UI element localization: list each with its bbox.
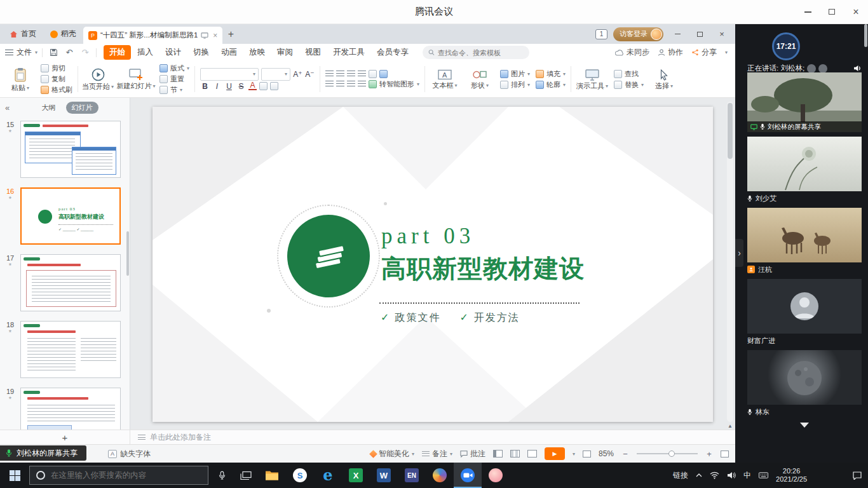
play-options-caret-icon[interactable]: ▾ [573, 451, 575, 457]
zoom-slider[interactable] [637, 453, 698, 454]
wps-close-button[interactable]: × [714, 27, 730, 41]
thumbnail-canvas[interactable] [20, 254, 121, 311]
tab-transition[interactable]: 切换 [187, 45, 215, 60]
menu-icon[interactable] [5, 50, 13, 55]
maximize-button[interactable] [820, 0, 844, 24]
action-center-icon[interactable] [853, 471, 862, 480]
tab-insert[interactable]: 插入 [132, 45, 159, 60]
increase-font-icon[interactable]: A⁺ [293, 70, 302, 79]
participant-tile[interactable]: 刘少艾 [747, 137, 862, 203]
thumbnail-canvas[interactable] [20, 121, 121, 178]
fit-slide-icon[interactable] [583, 451, 591, 458]
slide-title[interactable]: 高职新型教材建设 [381, 252, 585, 286]
play-from-page-button[interactable]: 当页开始▾ [81, 63, 114, 95]
sidebar-scrollbar[interactable] [126, 231, 129, 276]
taskbar-app-word[interactable]: W [370, 463, 398, 488]
thumbnail-canvas[interactable] [20, 321, 121, 378]
arrange-button[interactable]: 排列▾ [500, 80, 530, 90]
login-button[interactable]: 访客登录 [613, 27, 663, 41]
redo-button[interactable]: ↷ [79, 47, 92, 58]
tab-view[interactable]: 视图 [299, 45, 327, 60]
tab-design[interactable]: 设计 [159, 45, 187, 60]
slideshow-play-button[interactable]: ▶ [545, 447, 565, 460]
reading-view-icon[interactable] [527, 450, 537, 458]
thumbnail-canvas[interactable]: part 03 高职新型教材建设 ✓ ______ ✓ ______ [20, 187, 121, 245]
task-view-button[interactable] [234, 463, 258, 488]
section-button[interactable]: 节▾ [159, 85, 189, 95]
tab-animation[interactable]: 动画 [215, 45, 243, 60]
fill-button[interactable]: 填充▾ [536, 69, 566, 79]
dictation-mic-button[interactable] [210, 463, 234, 488]
tab-document[interactable]: P “十四五” 新形...材编制新思路1 × [83, 27, 222, 44]
notes-bar[interactable]: 单击此处添加备注 [130, 430, 735, 444]
editor-scrollbar[interactable] [727, 102, 733, 422]
minimize-button[interactable] [796, 0, 820, 24]
scrollbar-thumb[interactable] [728, 103, 733, 159]
start-button[interactable] [0, 463, 29, 488]
numbered-list-icon[interactable] [336, 71, 344, 78]
missing-font-button[interactable]: A 缺失字体 [108, 449, 151, 459]
chapter-badge[interactable] [287, 215, 370, 297]
text-direction-icon[interactable] [379, 70, 388, 78]
new-tab-button[interactable]: + [222, 29, 239, 40]
font-size-select[interactable]: ▾ [261, 68, 290, 81]
volume-icon[interactable] [727, 471, 736, 479]
workspace-icon[interactable]: 1 [595, 29, 607, 39]
show-hidden-icons-chevron[interactable] [696, 473, 702, 477]
outline-tab[interactable]: 大纲 [36, 102, 62, 114]
zoom-out-button[interactable]: − [621, 449, 629, 459]
slides-tab[interactable]: 幻灯片 [66, 102, 98, 114]
new-slide-button[interactable]: 新建幻灯片▾ [116, 63, 156, 95]
slide-canvas[interactable]: part 03 高职新型教材建设 ✓政策文件 ✓开发方法 [153, 107, 713, 422]
taskbar-search[interactable] [29, 466, 208, 485]
align-left-icon[interactable] [325, 81, 334, 88]
touch-keyboard-icon[interactable] [759, 472, 768, 478]
slide-thumbnail-18[interactable]: 18* [0, 321, 130, 378]
strikethrough-button[interactable]: S [236, 82, 246, 91]
wifi-icon[interactable] [710, 471, 719, 479]
slide-thumbnail-16-selected[interactable]: 16* part 03 高职新型教材建设 ✓ ______ ✓ ______ [0, 187, 130, 245]
format-painter-button[interactable]: 格式刷 [41, 85, 72, 95]
character-spacing-icon[interactable] [270, 82, 278, 90]
align-center-icon[interactable] [336, 81, 344, 88]
normal-view-icon[interactable] [493, 450, 503, 458]
participant-tile[interactable]: 汪杭 [747, 208, 862, 274]
layout-button[interactable]: 版式▾ [159, 64, 189, 73]
align-right-icon[interactable] [347, 81, 355, 88]
wps-restore-button[interactable] [691, 27, 708, 41]
underline-button[interactable]: U [224, 82, 234, 91]
tab-review[interactable]: 审阅 [271, 45, 299, 60]
bullet-list-icon[interactable] [325, 71, 334, 78]
participant-tile[interactable]: 财富广进 [747, 279, 862, 346]
add-slide-button[interactable]: + [0, 430, 130, 444]
outline-button[interactable]: 轮廓▾ [536, 80, 566, 90]
comment-button[interactable]: 批注 [460, 449, 485, 459]
taskbar-search-input[interactable] [51, 471, 201, 480]
shapes-button[interactable]: 形状▾ [463, 63, 496, 95]
collapse-panel-icon[interactable]: « [5, 103, 10, 112]
file-menu[interactable]: 文件 [17, 47, 32, 58]
presentation-tools-button[interactable]: 演示工具▾ [574, 63, 610, 95]
link-status-label[interactable]: 链接 [673, 470, 688, 481]
tab-slideshow[interactable]: 放映 [243, 45, 271, 60]
command-search-input[interactable] [438, 49, 524, 57]
thumbnail-canvas[interactable] [20, 388, 121, 430]
tab-docer[interactable]: 稻壳 [43, 24, 83, 44]
slide-thumbnail-15[interactable]: 15* [0, 121, 130, 178]
select-button[interactable]: 选择▾ [648, 63, 681, 95]
italic-button[interactable]: I [212, 82, 222, 91]
smart-graphic-button[interactable]: 转智能图形▾ [369, 79, 419, 89]
wps-minimize-button[interactable] [669, 27, 686, 41]
taskbar-app-tencent-meeting[interactable] [454, 463, 482, 488]
tab-developer[interactable]: 开发工具 [327, 45, 370, 60]
zoom-slider-thumb[interactable] [668, 451, 675, 457]
tab-start[interactable]: 开始 [104, 45, 131, 60]
textbox-button[interactable]: A 文本框▾ [428, 63, 461, 95]
taskbar-app-pink[interactable] [482, 463, 510, 488]
note-button[interactable]: 备注 ▾ [422, 449, 452, 459]
slide-nav-buttons[interactable]: ▲▼ [726, 423, 735, 430]
ime-indicator[interactable]: 中 [743, 470, 751, 481]
undo-button[interactable]: ↶ [63, 47, 76, 58]
slide-checklist[interactable]: ✓政策文件 ✓开发方法 [381, 311, 520, 325]
zoom-in-button[interactable]: + [705, 449, 713, 459]
